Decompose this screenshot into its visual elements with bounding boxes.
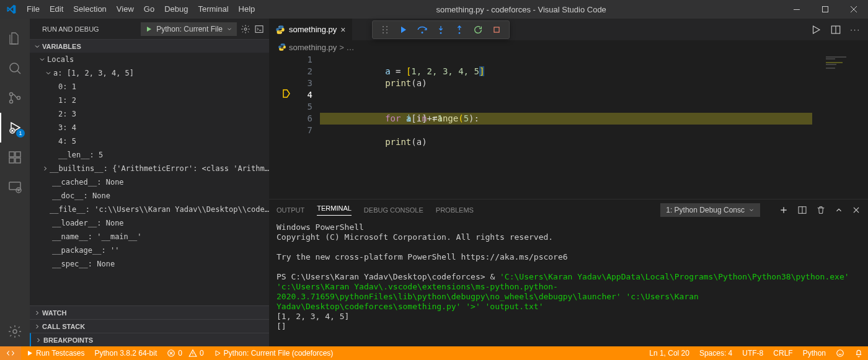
indentation-status[interactable]: Spaces: 4 [694,346,737,360]
svg-point-3 [10,93,13,96]
close-button[interactable] [839,0,868,19]
tab-something-py[interactable]: something.py × [269,19,353,40]
minimize-button[interactable] [782,0,811,19]
code-editor[interactable]: 1 2 3 4 5 6 7 a = [1, 2, 3, 4, 5] print(… [269,54,868,199]
menu-selection[interactable]: Selection [68,0,111,19]
extensions-icon[interactable] [0,143,30,172]
panel-tab-output[interactable]: OUTPUT [277,206,304,214]
terminal-select[interactable]: 1: Python Debug Consc [660,203,760,217]
step-into-button[interactable] [432,22,450,38]
split-editor-icon[interactable] [830,24,841,35]
menu-edit[interactable]: Edit [45,0,68,19]
debug-config-status[interactable]: Python: Current File (codeforces) [209,346,339,360]
settings-icon[interactable] [0,317,30,346]
problems-status[interactable]: 0 0 [162,346,208,360]
restart-button[interactable] [469,22,487,38]
var-a[interactable]: a: [1, 2, 3, 4, 5] [30,66,269,80]
play-icon [145,25,153,33]
source-control-icon[interactable] [0,83,30,113]
encoding-status[interactable]: UTF-8 [737,346,768,360]
var-dunder[interactable]: __spec__: None [30,257,269,271]
var-dunder[interactable]: __file__: 'c:\\Users\\Karan Yadav\\Deskt… [30,203,269,216]
menu-help[interactable]: Help [234,0,260,19]
search-icon[interactable] [0,53,30,83]
svg-point-20 [386,26,388,27]
stop-button[interactable] [488,22,505,38]
sidebar-title: RUN AND DEBUG [42,25,99,33]
run-debug-icon[interactable]: 1 [0,113,30,143]
svg-point-25 [422,32,423,33]
close-tab-icon[interactable]: × [340,25,345,35]
python-version[interactable]: Python 3.8.2 64-bit [90,346,162,360]
more-icon[interactable]: ··· [850,25,861,34]
split-terminal-icon[interactable] [797,205,807,215]
var-dunder[interactable]: __cached__: None [30,175,269,189]
svg-rect-1 [823,7,828,12]
gear-icon[interactable] [241,24,250,34]
section-watch[interactable]: WATCH [30,305,269,319]
var-dunder[interactable]: __package__: '' [30,244,269,257]
debug-config-select[interactable]: Python: Current File [141,22,237,36]
svg-point-17 [281,32,281,33]
close-panel-icon[interactable] [852,206,861,214]
maximize-button[interactable] [811,0,839,19]
titlebar: File Edit Selection View Go Debug Termin… [0,0,868,19]
minimap[interactable] [812,54,868,199]
panel-tab-debug-console[interactable]: DEBUG CONSOLE [364,206,423,214]
list-item[interactable]: 0: 1 [30,80,269,94]
menu-go[interactable]: Go [139,0,159,19]
section-variables[interactable]: VARIABLES [30,39,269,53]
continue-button[interactable] [395,22,412,38]
var-dunder[interactable]: __name__: '__main__' [30,230,269,244]
svg-point-16 [278,26,279,27]
terminal-body[interactable]: Windows PowerShell Copyright (C) Microso… [269,220,868,346]
section-breakpoints[interactable]: BREAKPOINTS [30,333,269,346]
activity-bar: 1 [0,19,30,346]
sidebar-run-debug: RUN AND DEBUG Python: Current File VARIA [30,19,269,346]
drag-handle-icon[interactable] [376,22,394,38]
svg-rect-8 [9,158,14,163]
window-title: something.py - codeforces - Visual Studi… [260,5,782,14]
maximize-panel-icon[interactable] [835,206,843,214]
eol-status[interactable]: CRLF [768,346,797,360]
debug-toolbar[interactable] [372,20,510,39]
cursor-position[interactable]: Ln 1, Col 20 [644,346,694,360]
panel-tab-problems[interactable]: PROBLEMS [436,206,474,214]
svg-point-2 [10,63,19,72]
list-item[interactable]: 2: 3 [30,107,269,121]
svg-rect-10 [16,152,20,157]
panel-tab-terminal[interactable]: TERMINAL [317,204,352,216]
language-status[interactable]: Python [798,346,831,360]
var-builtins[interactable]: __builtins__: {'ArithmeticError': <class… [30,162,269,175]
svg-rect-0 [794,9,800,10]
locals-scope[interactable]: Locals [30,53,269,66]
breadcrumb[interactable]: something.py > … [269,40,868,54]
menu-terminal[interactable]: Terminal [193,0,233,19]
var-dunder[interactable]: __loader__: None [30,216,269,230]
list-item[interactable]: 1: 2 [30,94,269,107]
remote-indicator[interactable] [0,346,21,360]
svg-rect-7 [9,152,14,157]
svg-point-22 [386,29,388,30]
var-dunder[interactable]: __doc__: None [30,189,269,203]
list-item[interactable]: 3: 4 [30,121,269,134]
notifications-icon[interactable] [849,346,868,360]
run-file-icon[interactable] [810,24,822,35]
menu-file[interactable]: File [22,0,45,19]
debug-console-icon[interactable] [254,24,264,34]
section-callstack[interactable]: CALL STACK [30,319,269,333]
menu-view[interactable]: View [112,0,139,19]
menu-bar: File Edit Selection View Go Debug Termin… [22,0,260,19]
step-over-button[interactable] [414,22,431,38]
feedback-icon[interactable] [831,346,849,360]
kill-terminal-icon[interactable] [816,205,826,215]
step-out-button[interactable] [451,22,468,38]
explorer-icon[interactable] [0,24,30,53]
menu-debug[interactable]: Debug [159,0,193,19]
remote-explorer-icon[interactable] [0,172,30,202]
list-item[interactable]: __len__: 5 [30,148,269,162]
run-testcases-button[interactable]: Run Testcases [21,346,90,360]
new-terminal-icon[interactable] [779,205,789,215]
list-item[interactable]: 4: 5 [30,134,269,148]
chevron-down-icon [748,207,755,213]
